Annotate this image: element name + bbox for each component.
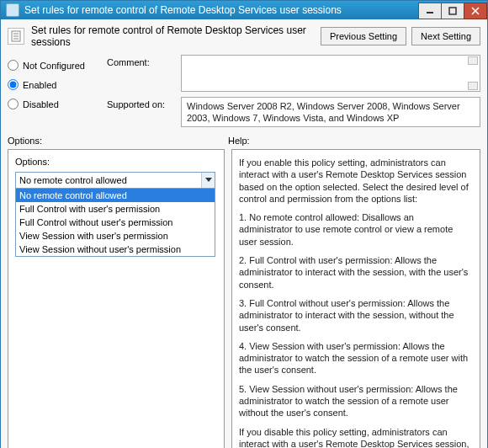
options-dropdown-item[interactable]: No remote control allowed — [16, 189, 215, 202]
window-title: Set rules for remote control of Remote D… — [24, 4, 419, 16]
help-heading: Help: — [228, 136, 250, 146]
options-dropdown-item[interactable]: Full Control with user's permission — [16, 202, 215, 216]
help-paragraph: 4. View Session with user's permission: … — [239, 340, 469, 376]
svg-marker-8 — [205, 178, 212, 182]
radio-disabled-input[interactable] — [8, 99, 19, 109]
help-text[interactable]: If you enable this policy setting, admin… — [239, 157, 473, 448]
header-caption: Set rules for remote control of Remote D… — [31, 24, 314, 48]
policy-icon — [8, 28, 24, 45]
supported-label: Supported on: — [107, 97, 176, 109]
supported-value: Windows Server 2008 R2, Windows Server 2… — [187, 101, 460, 123]
close-button[interactable] — [464, 3, 487, 19]
help-paragraph: 2. Full Control with user's permission: … — [239, 254, 469, 291]
options-panel: Options: No remote control allowed No re… — [8, 149, 225, 448]
maximize-button[interactable] — [441, 3, 464, 19]
help-panel: If you enable this policy setting, admin… — [231, 149, 480, 448]
help-paragraph: 3. Full Control without user's permissio… — [239, 297, 469, 333]
supported-textbox: Windows Server 2008 R2, Windows Server 2… — [181, 97, 480, 127]
policy-dialog: Set rules for remote control of Remote D… — [0, 0, 488, 448]
options-dropdown-item[interactable]: View Session with user's permission — [16, 229, 215, 243]
radio-enabled[interactable]: Enabled — [8, 79, 107, 90]
scroll-down-icon[interactable] — [468, 82, 478, 90]
comment-textbox[interactable] — [181, 55, 480, 92]
help-paragraph: 1. No remote control allowed: Disallows … — [239, 211, 469, 248]
state-radio-group: Not Configured Enabled Disabled — [8, 55, 107, 127]
help-paragraph: If you enable this policy setting, admin… — [239, 157, 469, 205]
comment-label: Comment: — [107, 55, 176, 67]
svg-rect-1 — [449, 8, 456, 14]
radio-disabled-label: Disabled — [23, 99, 59, 109]
scroll-up-icon[interactable] — [468, 56, 478, 65]
minimize-button[interactable] — [418, 3, 442, 19]
help-paragraph: 5. View Session without user's permissio… — [239, 383, 469, 419]
options-dropdown-list[interactable]: No remote control allowedFull Control wi… — [15, 189, 215, 257]
options-dropdown-value: No remote control allowed — [19, 175, 127, 185]
radio-not-configured-label: Not Configured — [23, 61, 85, 71]
next-setting-button[interactable]: Next Setting — [411, 27, 480, 45]
radio-disabled[interactable]: Disabled — [8, 99, 107, 109]
radio-enabled-input[interactable] — [8, 79, 19, 90]
radio-enabled-label: Enabled — [23, 80, 56, 90]
options-dropdown-item[interactable]: View Session without user's permission — [16, 243, 215, 256]
titlebar[interactable]: Set rules for remote control of Remote D… — [1, 1, 487, 19]
content-area: Set rules for remote control of Remote D… — [1, 19, 487, 448]
previous-setting-button[interactable]: Previous Setting — [321, 27, 406, 45]
help-paragraph: If you disable this policy setting, admi… — [239, 426, 469, 448]
app-icon — [6, 3, 19, 17]
radio-not-configured[interactable]: Not Configured — [8, 60, 107, 71]
radio-not-configured-input[interactable] — [8, 60, 19, 71]
options-heading: Options: — [8, 136, 228, 146]
comment-scrollbar[interactable] — [468, 56, 478, 90]
options-label: Options: — [15, 157, 217, 167]
chevron-down-icon[interactable] — [201, 173, 215, 188]
options-dropdown[interactable]: No remote control allowed — [15, 172, 215, 189]
options-dropdown-item[interactable]: Full Control without user's permission — [16, 216, 215, 229]
